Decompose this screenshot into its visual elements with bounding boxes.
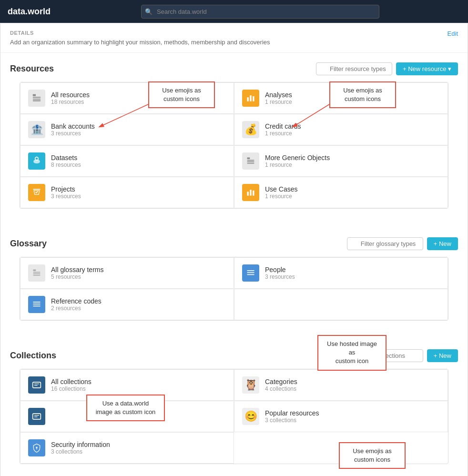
svg-rect-13: [247, 163, 254, 164]
resource-icon-analyses: [242, 90, 259, 107]
glossary-item-all[interactable]: All glossary terms 5 resources: [20, 257, 234, 289]
collection-item-categories[interactable]: 🦉 Categories 4 collections: [234, 369, 448, 401]
collection-name-categories: Categories: [265, 378, 297, 385]
edit-link[interactable]: Edit: [448, 30, 458, 37]
resource-icon-projects: [28, 184, 45, 201]
resource-name-bank: Bank accounts: [51, 122, 95, 130]
svg-rect-17: [33, 270, 36, 271]
collection-icon-categories: 🦉: [242, 376, 259, 394]
collections-controls: 🔍 + New: [347, 349, 458, 362]
resource-item-datasets[interactable]: Datasets 8 resources: [20, 145, 234, 177]
collection-info-popular: Popular resources 3 collections: [265, 409, 319, 424]
svg-rect-21: [247, 270, 254, 271]
collection-info-all: All collections 16 collections: [51, 378, 92, 392]
glossary-info-all: All glossary terms 5 resources: [51, 266, 103, 280]
svg-rect-15: [250, 190, 251, 196]
new-collections-button[interactable]: + New: [427, 349, 458, 362]
resource-item-all[interactable]: All resources 18 resources: [20, 82, 234, 114]
collection-info-categories: Categories 4 collections: [265, 378, 297, 392]
svg-rect-22: [247, 272, 254, 273]
svg-rect-7: [250, 95, 251, 101]
resources-header: Resources 🔍 + New resource ▾: [10, 62, 458, 75]
resource-info-bank: Bank accounts 3 resources: [51, 122, 95, 137]
resource-info-projects: Projects 3 resources: [51, 185, 81, 200]
brand-logo: data.world: [8, 7, 51, 17]
resource-count-generic: 1 resource: [265, 162, 330, 168]
svg-rect-24: [33, 302, 41, 303]
resource-item-analyses[interactable]: Analyses 1 resource: [234, 82, 448, 114]
glossary-item-reference[interactable]: Reference codes 2 resources: [20, 289, 234, 320]
glossary-count-reference: 2 resources: [51, 305, 102, 312]
resource-item-bank[interactable]: 🏦 Bank accounts 3 resources: [20, 114, 234, 145]
collection-item-custom[interactable]: [20, 401, 234, 432]
svg-rect-16: [253, 191, 254, 196]
svg-rect-14: [247, 192, 249, 195]
svg-rect-4: [33, 99, 41, 100]
collections-title: Collections: [10, 351, 56, 361]
filter-resource-input[interactable]: [316, 62, 392, 75]
glossary-icon-reference: [28, 296, 45, 313]
collection-icon-custom: [28, 408, 45, 425]
new-glossary-button[interactable]: + New: [427, 237, 458, 250]
resource-name-generic: More Generic Objects: [265, 154, 330, 162]
resource-grid: All resources 18 resources Analyses 1 re…: [20, 82, 448, 209]
filter-collections-input[interactable]: [347, 349, 423, 362]
resource-count-analyses: 1 resource: [265, 99, 292, 105]
resource-icon-usecases: [242, 184, 259, 201]
glossary-filter-wrap: 🔍: [347, 237, 423, 250]
filter-glossary-input[interactable]: [347, 237, 423, 250]
resource-item-credit[interactable]: 💰 Credit cards 1 resource: [234, 114, 448, 145]
glossary-section: Glossary 🔍 + New All glossary terms: [0, 228, 468, 340]
new-resource-button[interactable]: + New resource ▾: [396, 62, 458, 75]
svg-rect-23: [247, 274, 254, 275]
collection-icon-security: [28, 439, 45, 456]
svg-rect-6: [247, 97, 249, 101]
resources-title: Resources: [10, 64, 54, 74]
resource-item-usecases[interactable]: Use Cases 1 resource: [234, 177, 448, 208]
svg-rect-19: [33, 273, 41, 274]
resource-name-credit: Credit cards: [265, 122, 301, 130]
resource-item-projects[interactable]: Projects 3 resources: [20, 177, 234, 208]
svg-rect-28: [33, 414, 41, 419]
resource-icon-datasets: [28, 152, 45, 170]
resource-name-datasets: Datasets: [51, 154, 81, 162]
resource-name-projects: Projects: [51, 185, 81, 193]
collection-item-all[interactable]: All collections 16 collections: [20, 369, 234, 401]
resource-info-all: All resources 18 resources: [51, 91, 90, 105]
svg-rect-11: [247, 160, 254, 161]
resource-item-generic[interactable]: More Generic Objects 1 resource: [234, 145, 448, 177]
details-description: Add an organization summary to highlight…: [10, 39, 270, 46]
details-content: DETAILS Add an organization summary to h…: [10, 30, 270, 46]
svg-rect-25: [33, 304, 41, 304]
collection-item-popular[interactable]: 😊 Popular resources 3 collections: [234, 401, 448, 432]
collection-count-all: 16 collections: [51, 385, 92, 392]
main-content: DETAILS Add an organization summary to h…: [0, 23, 468, 476]
glossary-name-people: People: [265, 266, 295, 273]
collection-count-popular: 3 collections: [265, 417, 319, 424]
search-bar: 🔍: [141, 5, 379, 19]
glossary-header: Glossary 🔍 + New: [10, 237, 458, 250]
collection-icon-popular: 😊: [242, 408, 259, 425]
svg-rect-26: [33, 306, 41, 307]
glossary-info-people: People 3 resources: [265, 266, 295, 280]
svg-rect-27: [33, 382, 41, 388]
glossary-item-people[interactable]: People 3 resources: [234, 257, 448, 289]
resource-icon-all: [28, 90, 45, 107]
collections-section: Collections 🔍 + New Use hosted image asc…: [0, 340, 468, 476]
resource-info-analyses: Analyses 1 resource: [265, 91, 292, 105]
search-input[interactable]: [141, 5, 379, 19]
svg-point-29: [36, 447, 37, 448]
svg-rect-2: [33, 94, 36, 96]
glossary-icon-all: [28, 264, 45, 282]
resource-icon-bank: 🏦: [28, 121, 45, 138]
filter-wrap: 🔍: [316, 62, 392, 75]
svg-rect-3: [33, 97, 41, 98]
resource-icon-credit: 💰: [242, 121, 259, 138]
glossary-icon-people: [242, 264, 259, 282]
resource-count-usecases: 1 resource: [265, 193, 297, 200]
collection-item-security[interactable]: Security information 3 collections: [20, 432, 234, 464]
svg-rect-20: [33, 275, 41, 276]
resource-count-credit: 1 resource: [265, 130, 301, 137]
collections-filter-wrap: 🔍: [347, 349, 423, 362]
glossary-count-all: 5 resources: [51, 273, 103, 280]
